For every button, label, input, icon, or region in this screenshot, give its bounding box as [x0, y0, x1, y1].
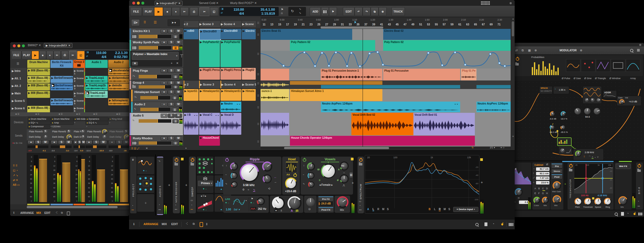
- add-scene-icon[interactable]: +: [185, 147, 187, 150]
- snap-icon[interactable]: ⇥ ⊹: [500, 146, 505, 149]
- file-button[interactable]: FILE: [11, 51, 21, 59]
- preset-folder-icon[interactable]: [515, 63, 519, 65]
- arr-clip-neutro2[interactable]: Neutro ArpPerc 124bpm: [476, 102, 511, 112]
- stop-icon[interactable]: ☰: [257, 140, 259, 143]
- tab-bmw2[interactable]: BMW2* ✕: [28, 43, 41, 47]
- lclip-housechord[interactable]: ▶HouseChord: [199, 136, 220, 146]
- cabinet-width[interactable]: 82.7 cm: [536, 167, 549, 171]
- device-bit8[interactable]: BIT-8 ◔ ⊷: [636, 163, 643, 210]
- lclip-him-s5[interactable]: ▶Himala: [242, 89, 256, 101]
- routing-button[interactable]: ☰: [172, 108, 178, 112]
- track-header-himalayan[interactable]: Himalayan Sunset ● S M ⫶∿ ☰: [131, 90, 183, 102]
- lclip-electro-partial[interactable]: ▶roBt0: [184, 29, 199, 39]
- db-knob-2[interactable]: [561, 111, 566, 117]
- left-io-icon[interactable]: ⧉: [61, 211, 63, 214]
- browser-icon[interactable]: [484, 222, 487, 226]
- clip-808-main[interactable]: ▶808 (Bass-08) - Ho: [27, 91, 50, 98]
- legend-a-r[interactable]: R: [377, 208, 379, 211]
- volume-slider[interactable]: [140, 108, 170, 111]
- legend-a-l[interactable]: L: [373, 208, 374, 211]
- note-receiver-folder-icon[interactable]: [174, 163, 178, 165]
- wetfx-mix-knob[interactable]: [618, 196, 627, 205]
- volume-slider[interactable]: [139, 119, 171, 123]
- treemonster-display[interactable]: 201001k10k -40-60-80: [574, 164, 613, 194]
- gscene-5[interactable]: ▶ Scene 5: [242, 80, 256, 88]
- db-knob-1[interactable]: [550, 111, 555, 117]
- mod-thumb-5[interactable]: [626, 59, 640, 72]
- spectrum-folder-icon[interactable]: [359, 163, 362, 165]
- stop-icon[interactable]: ☰: [257, 53, 259, 55]
- howl-power-icon[interactable]: [293, 173, 297, 177]
- add-button[interactable]: ADD: [310, 7, 321, 16]
- minimize-window-button[interactable]: [17, 44, 20, 47]
- sweep-mod-keytrack[interactable]: ◂ ⫶⫶⫶ ▸ ●→: [197, 194, 214, 212]
- ripple-knob-1[interactable]: [230, 163, 238, 171]
- mute-button[interactable]: M: [175, 69, 182, 73]
- bit8-power-icon[interactable]: [638, 164, 641, 168]
- prefx-button[interactable]: Pre FX: [318, 196, 333, 201]
- scene-5[interactable]: ▶ Scene 5: [12, 99, 25, 102]
- lclip-him-partial[interactable]: ▶layanS1: [184, 89, 199, 101]
- vowels-device[interactable]: Vowels ↕ ⌢ ∿ i œ ʌ ɔ ø ◂ Female ▸ ↔ ⋀ ⊟: [301, 157, 353, 195]
- stereo-button[interactable]: Stereo: [551, 169, 562, 173]
- lclip-plug-s4[interactable]: ▶Plug01 Percu: [220, 68, 241, 80]
- loop-icon[interactable]: ↻: [291, 9, 294, 13]
- clip-808-intro[interactable]: ▶808 (Bass-08) - Ho: [27, 68, 50, 75]
- ripple-device[interactable]: Ripple ↕ ⌢ ∿ 3.58 kHz Φ ≈ ∿ ← → ⟲: [223, 157, 281, 195]
- delete-icon[interactable]: ⊗: [379, 7, 387, 16]
- gscene-3[interactable]: ▶ Scene 3: [199, 80, 221, 88]
- ab-width-icon[interactable]: ⬌: [274, 209, 278, 212]
- tab-served-cold[interactable]: Served Cold ✕: [199, 1, 219, 5]
- ripple-arrow-left[interactable]: ←: [274, 175, 277, 179]
- env-wave-chip[interactable]: [250, 207, 256, 211]
- howl-gain-value[interactable]: +19.4 dB: [285, 190, 296, 193]
- tempo-display[interactable]: 110.00: [228, 7, 244, 11]
- folder-icon[interactable]: [132, 86, 136, 88]
- g3-scene1[interactable]: ▶ Scene 1: [74, 70, 85, 75]
- solo-button[interactable]: S: [168, 102, 175, 107]
- device-input-dropdown[interactable]: × Device Input ▾: [453, 207, 478, 212]
- lfo-rate-value[interactable]: 1.00: [226, 208, 231, 211]
- arr-clip-plug-pe[interactable]: Plug 01 Pe: [461, 69, 476, 80]
- search-icon[interactable]: [615, 213, 618, 216]
- ripple-knob-4[interactable]: [262, 161, 272, 172]
- auto-write-icon[interactable]: ✂: [69, 51, 77, 59]
- rec-5[interactable]: ●: [108, 140, 115, 144]
- chain-bar-blue[interactable]: [562, 161, 614, 162]
- stop-all-icon[interactable]: ■ ☰: [15, 113, 19, 115]
- vowels-knob-1[interactable]: [307, 163, 315, 171]
- solo-button[interactable]: S: [168, 69, 175, 73]
- mixer-view-icons-1[interactable]: ⠿ ⠿: [13, 164, 17, 167]
- sweep-route-icon[interactable]: ⊷: [191, 208, 193, 211]
- search-icon[interactable]: [475, 223, 479, 226]
- stop-icon[interactable]: ☰: [257, 106, 259, 109]
- left-arrange-tab[interactable]: ARRANGE: [20, 211, 34, 214]
- vowels-main-knob[interactable]: [321, 164, 336, 179]
- clip-dorianreduced[interactable]: ▶dorianreduced_C: [108, 76, 129, 83]
- vscrollbar[interactable]: ▲ ▼: [511, 18, 515, 150]
- gscene-partial[interactable]: e 2: [184, 80, 200, 88]
- legend-a[interactable]: A: [367, 208, 369, 211]
- timesig-display[interactable]: 4/4: [93, 55, 106, 59]
- add-instrument-icon[interactable]: [321, 7, 329, 16]
- note-receiver-device[interactable]: NOTE RECEIVER ◔ ⊷: [173, 157, 180, 213]
- volume-slider[interactable]: [139, 75, 171, 78]
- mute-1[interactable]: M: [42, 140, 49, 144]
- tab-wurly-bird[interactable]: Wurly Bird POST* ✕: [230, 1, 257, 5]
- legend-a-m[interactable]: M: [382, 208, 384, 211]
- shape-selector-row[interactable]: Ø PulseØ SawØ SineØ TriangleØ Window: [562, 77, 620, 80]
- ab-b-label[interactable]: |B: [296, 209, 298, 212]
- pan-4[interactable]: [86, 145, 106, 148]
- lclip-plug-s3[interactable]: ▶Plug01 Percu: [199, 68, 220, 80]
- routing-button[interactable]: ☰: [172, 75, 179, 79]
- ripple-smooth-icon[interactable]: ≈: [248, 188, 249, 191]
- hand-icon[interactable]: ☝: [633, 212, 637, 215]
- chip-add-3[interactable]: +: [74, 121, 75, 124]
- track-header-drum[interactable]: Drum Machine: [27, 60, 50, 68]
- minimize-window-button[interactable]: [137, 2, 140, 5]
- play-menu-button[interactable]: PLAY: [22, 51, 32, 59]
- close-window-button[interactable]: [13, 44, 16, 47]
- lclip-poly-s4[interactable]: ▶PolyPatter02: [220, 40, 241, 67]
- vowels-knob-4[interactable]: [340, 161, 349, 171]
- close-route-icon[interactable]: ⊗: [534, 49, 537, 52]
